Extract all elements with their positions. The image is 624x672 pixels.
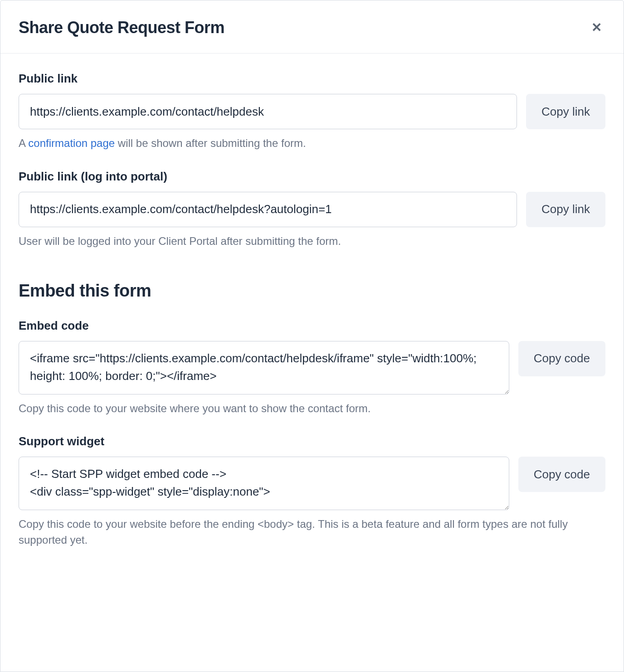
embed-code-group: Embed code Copy code Copy this code to y…	[19, 319, 605, 417]
embed-code-row: Copy code	[19, 341, 605, 394]
confirmation-page-link[interactable]: confirmation page	[28, 137, 115, 149]
copy-public-link-login-button[interactable]: Copy link	[526, 192, 605, 227]
public-link-help: A confirmation page will be shown after …	[19, 136, 605, 151]
modal-title: Share Quote Request Form	[19, 18, 224, 37]
public-link-login-row: Copy link	[19, 192, 605, 227]
public-link-login-group: Public link (log into portal) Copy link …	[19, 170, 605, 249]
support-widget-textarea[interactable]	[19, 457, 509, 510]
copy-embed-code-button[interactable]: Copy code	[518, 341, 605, 376]
support-widget-help: Copy this code to your website before th…	[19, 516, 605, 548]
support-widget-label: Support widget	[19, 434, 605, 448]
modal-header: Share Quote Request Form ✕	[0, 0, 624, 54]
modal-body: Public link Copy link A confirmation pag…	[0, 54, 624, 584]
embed-code-textarea[interactable]	[19, 341, 509, 394]
public-link-label: Public link	[19, 72, 605, 86]
support-widget-row: Copy code	[19, 457, 605, 510]
public-link-input[interactable]	[19, 94, 517, 129]
public-link-group: Public link Copy link A confirmation pag…	[19, 72, 605, 151]
public-link-login-help: User will be logged into your Client Por…	[19, 234, 605, 249]
embed-section-heading: Embed this form	[19, 281, 605, 301]
support-widget-group: Support widget Copy code Copy this code …	[19, 434, 605, 548]
share-form-modal: Share Quote Request Form ✕ Public link C…	[0, 0, 624, 672]
public-link-login-input[interactable]	[19, 192, 517, 227]
copy-public-link-button[interactable]: Copy link	[526, 94, 605, 129]
public-link-login-label: Public link (log into portal)	[19, 170, 605, 184]
copy-support-widget-button[interactable]: Copy code	[518, 457, 605, 492]
help-prefix: A	[19, 137, 28, 149]
public-link-row: Copy link	[19, 94, 605, 129]
embed-code-help: Copy this code to your website where you…	[19, 401, 605, 417]
embed-code-label: Embed code	[19, 319, 605, 333]
close-icon[interactable]: ✕	[588, 18, 605, 38]
help-suffix: will be shown after submitting the form.	[115, 137, 306, 149]
